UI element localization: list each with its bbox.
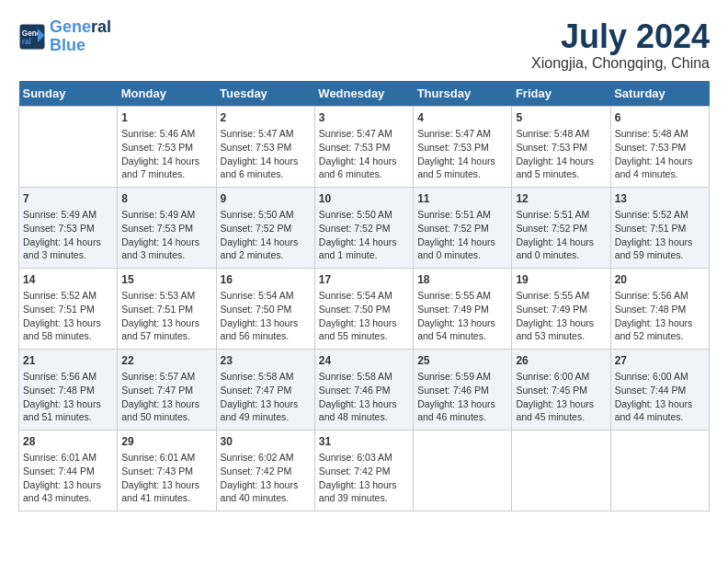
col-header-friday: Friday (512, 81, 610, 107)
col-header-saturday: Saturday (610, 81, 709, 107)
day-info: Sunrise: 6:03 AM (319, 451, 409, 465)
day-number: 2 (221, 110, 311, 126)
day-info: Daylight: 13 hours and 50 minutes. (121, 397, 211, 424)
day-number: 11 (417, 191, 507, 207)
day-info: Daylight: 14 hours and 4 minutes. (615, 155, 705, 181)
day-info: Daylight: 13 hours and 45 minutes. (516, 397, 606, 424)
week-row-5: 28Sunrise: 6:01 AMSunset: 7:44 PMDayligh… (19, 430, 710, 511)
day-info: Daylight: 14 hours and 0 minutes. (516, 236, 606, 262)
day-info: Sunrise: 5:50 AM (221, 208, 311, 222)
day-info: Sunrise: 6:00 AM (516, 370, 606, 384)
week-row-3: 14Sunrise: 5:52 AMSunset: 7:51 PMDayligh… (19, 268, 710, 349)
page-header: Gene ral GeneralBlue July 2024 Xiongjia,… (18, 18, 710, 72)
day-info: Daylight: 13 hours and 54 minutes. (417, 316, 507, 343)
day-number: 5 (516, 110, 606, 126)
day-info: Sunset: 7:53 PM (516, 141, 606, 155)
calendar-cell: 3Sunrise: 5:47 AMSunset: 7:53 PMDaylight… (314, 106, 413, 187)
day-number: 15 (121, 272, 211, 288)
calendar-cell (610, 430, 709, 511)
day-number: 20 (615, 272, 705, 288)
calendar-cell: 19Sunrise: 5:55 AMSunset: 7:49 PMDayligh… (512, 268, 610, 349)
calendar-cell: 20Sunrise: 5:56 AMSunset: 7:48 PMDayligh… (610, 268, 709, 349)
logo: Gene ral GeneralBlue (18, 18, 111, 55)
day-info: Sunrise: 5:48 AM (516, 127, 606, 141)
day-number: 29 (121, 434, 211, 450)
day-info: Sunset: 7:48 PM (23, 384, 113, 397)
day-info: Sunset: 7:52 PM (319, 222, 409, 236)
day-info: Daylight: 13 hours and 51 minutes. (23, 397, 113, 424)
day-info: Sunset: 7:51 PM (121, 303, 211, 316)
week-row-4: 21Sunrise: 5:56 AMSunset: 7:48 PMDayligh… (19, 349, 710, 430)
calendar-header: SundayMondayTuesdayWednesdayThursdayFrid… (19, 81, 710, 107)
day-info: Sunset: 7:46 PM (319, 384, 409, 397)
calendar-cell: 30Sunrise: 6:02 AMSunset: 7:42 PMDayligh… (216, 430, 314, 511)
day-info: Sunrise: 6:01 AM (23, 451, 113, 465)
day-info: Daylight: 13 hours and 39 minutes. (319, 478, 409, 505)
day-info: Sunrise: 5:48 AM (615, 127, 705, 141)
col-header-thursday: Thursday (414, 81, 512, 107)
day-number: 26 (516, 353, 606, 369)
calendar-cell: 29Sunrise: 6:01 AMSunset: 7:43 PMDayligh… (118, 430, 216, 511)
day-info: Sunset: 7:52 PM (516, 222, 606, 236)
calendar-cell: 14Sunrise: 5:52 AMSunset: 7:51 PMDayligh… (19, 268, 118, 349)
day-info: Sunset: 7:42 PM (319, 465, 409, 478)
main-title: July 2024 (531, 18, 710, 55)
day-info: Daylight: 13 hours and 44 minutes. (615, 397, 705, 424)
day-info: Daylight: 14 hours and 1 minute. (319, 236, 409, 262)
day-info: Daylight: 14 hours and 5 minutes. (516, 155, 606, 181)
day-info: Sunrise: 5:52 AM (23, 289, 113, 303)
day-info: Sunset: 7:53 PM (221, 141, 311, 155)
day-info: Sunset: 7:52 PM (417, 222, 507, 236)
calendar-cell: 28Sunrise: 6:01 AMSunset: 7:44 PMDayligh… (19, 430, 118, 511)
day-info: Sunset: 7:51 PM (615, 222, 705, 236)
day-info: Daylight: 14 hours and 7 minutes. (121, 155, 211, 181)
day-info: Sunset: 7:53 PM (615, 141, 705, 155)
day-number: 13 (615, 191, 705, 207)
day-info: Daylight: 13 hours and 46 minutes. (417, 397, 507, 424)
calendar-cell (512, 430, 610, 511)
day-info: Sunrise: 5:58 AM (319, 370, 409, 384)
day-info: Sunrise: 5:47 AM (319, 127, 409, 141)
calendar-table: SundayMondayTuesdayWednesdayThursdayFrid… (18, 81, 710, 511)
day-info: Sunset: 7:48 PM (615, 303, 705, 316)
day-info: Daylight: 14 hours and 5 minutes. (417, 155, 507, 181)
calendar-body: 1Sunrise: 5:46 AMSunset: 7:53 PMDaylight… (19, 106, 710, 511)
day-number: 28 (23, 434, 113, 450)
day-info: Daylight: 13 hours and 53 minutes. (516, 316, 606, 343)
day-number: 12 (516, 191, 606, 207)
calendar-cell: 18Sunrise: 5:55 AMSunset: 7:49 PMDayligh… (414, 268, 512, 349)
week-row-2: 7Sunrise: 5:49 AMSunset: 7:53 PMDaylight… (19, 187, 710, 268)
day-info: Sunset: 7:44 PM (23, 465, 113, 478)
day-info: Sunrise: 5:51 AM (417, 208, 507, 222)
day-info: Sunset: 7:47 PM (221, 384, 311, 397)
day-number: 19 (516, 272, 606, 288)
day-info: Sunrise: 5:52 AM (615, 208, 705, 222)
day-info: Sunrise: 5:54 AM (319, 289, 409, 303)
calendar-cell (19, 106, 118, 187)
calendar-cell: 27Sunrise: 6:00 AMSunset: 7:44 PMDayligh… (610, 349, 709, 430)
calendar-cell: 5Sunrise: 5:48 AMSunset: 7:53 PMDaylight… (512, 106, 610, 187)
day-info: Sunrise: 5:46 AM (121, 127, 211, 141)
day-info: Daylight: 13 hours and 57 minutes. (121, 316, 211, 343)
day-info: Sunset: 7:45 PM (516, 384, 606, 397)
logo-icon: Gene ral (18, 23, 46, 51)
calendar-cell: 2Sunrise: 5:47 AMSunset: 7:53 PMDaylight… (216, 106, 314, 187)
day-info: Sunset: 7:53 PM (23, 222, 113, 236)
header-row: SundayMondayTuesdayWednesdayThursdayFrid… (19, 81, 710, 107)
day-info: Sunset: 7:52 PM (221, 222, 311, 236)
calendar-cell: 13Sunrise: 5:52 AMSunset: 7:51 PMDayligh… (610, 187, 709, 268)
day-number: 1 (121, 110, 211, 126)
day-info: Sunset: 7:53 PM (417, 141, 507, 155)
day-number: 10 (319, 191, 409, 207)
calendar-cell: 4Sunrise: 5:47 AMSunset: 7:53 PMDaylight… (414, 106, 512, 187)
svg-text:ral: ral (22, 37, 31, 45)
calendar-cell: 6Sunrise: 5:48 AMSunset: 7:53 PMDaylight… (610, 106, 709, 187)
col-header-monday: Monday (118, 81, 216, 107)
col-header-sunday: Sunday (19, 81, 118, 107)
calendar-cell: 26Sunrise: 6:00 AMSunset: 7:45 PMDayligh… (512, 349, 610, 430)
day-info: Sunrise: 5:59 AM (417, 370, 507, 384)
day-number: 25 (417, 353, 507, 369)
calendar-cell (414, 430, 512, 511)
calendar-cell: 24Sunrise: 5:58 AMSunset: 7:46 PMDayligh… (314, 349, 413, 430)
day-info: Sunrise: 5:55 AM (516, 289, 606, 303)
